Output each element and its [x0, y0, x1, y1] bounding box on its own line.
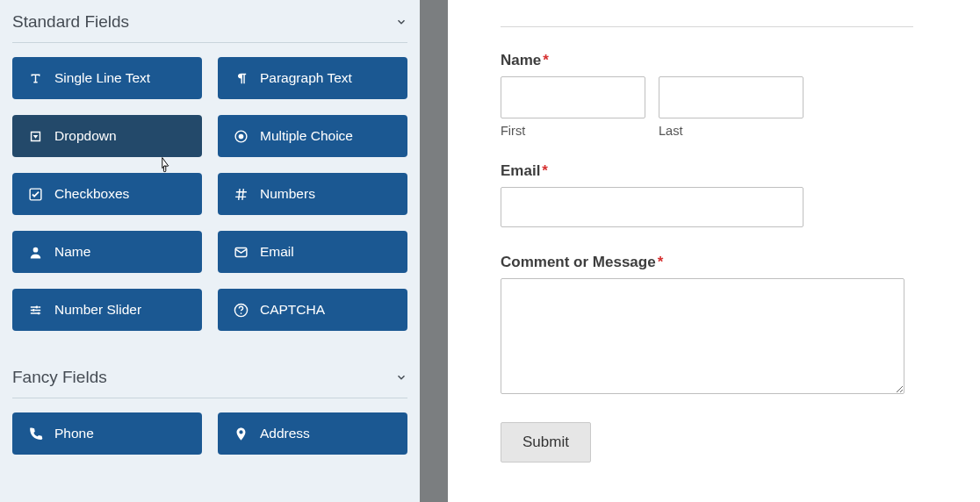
required-mark: * — [542, 162, 548, 179]
field-paragraph-text[interactable]: Paragraph Text — [218, 57, 407, 99]
svg-point-3 — [33, 247, 39, 252]
field-label: Dropdown — [54, 128, 117, 144]
svg-point-6 — [32, 309, 35, 312]
field-label: Single Line Text — [54, 70, 150, 86]
divider — [12, 42, 407, 43]
required-mark: * — [658, 254, 664, 270]
fancy-fields-header[interactable]: Fancy Fields — [12, 355, 407, 398]
field-checkboxes[interactable]: Checkboxes — [12, 173, 202, 215]
divider — [501, 26, 913, 27]
name-label: Name* — [501, 52, 922, 69]
field-label: Address — [260, 426, 310, 441]
fancy-fields-title: Fancy Fields — [12, 368, 107, 387]
field-label: Name — [54, 244, 90, 260]
required-mark: * — [543, 52, 549, 68]
field-label: Paragraph Text — [260, 70, 352, 86]
standard-fields-title: Standard Fields — [12, 12, 129, 32]
envelope-icon — [234, 245, 249, 260]
question-icon — [234, 303, 249, 318]
field-number-slider[interactable]: Number Slider — [12, 289, 202, 331]
fancy-fields-grid: Phone Address — [12, 412, 407, 455]
email-input[interactable] — [501, 187, 803, 227]
field-name[interactable]: Name — [12, 231, 202, 273]
first-name-sublabel: First — [501, 124, 645, 138]
field-multiple-choice[interactable]: Multiple Choice — [218, 115, 407, 157]
form-preview: Name* First Last Email* Comment or Messa… — [501, 0, 922, 463]
email-label: Email* — [501, 162, 922, 180]
message-textarea[interactable] — [501, 278, 904, 394]
field-numbers[interactable]: Numbers — [218, 173, 407, 215]
svg-point-7 — [38, 312, 40, 314]
field-address[interactable]: Address — [218, 412, 407, 455]
checkbox-icon — [28, 187, 43, 202]
standard-fields-grid: Single Line Text Paragraph Text Dropdown… — [12, 57, 407, 331]
message-label: Comment or Message* — [501, 254, 922, 271]
field-label: Email — [260, 244, 294, 260]
svg-point-9 — [241, 312, 242, 314]
field-single-line-text[interactable]: Single Line Text — [12, 57, 202, 99]
panel-divider[interactable] — [420, 0, 448, 502]
field-email[interactable]: Email — [218, 231, 407, 273]
field-label: CAPTCHA — [260, 302, 325, 318]
field-captcha[interactable]: CAPTCHA — [218, 289, 407, 331]
field-label: Numbers — [260, 186, 315, 202]
radio-icon — [234, 129, 249, 144]
text-icon — [28, 71, 43, 86]
paragraph-icon — [234, 71, 249, 86]
dropdown-icon — [28, 129, 43, 144]
svg-point-1 — [239, 133, 244, 139]
fields-sidebar: Standard Fields Single Line Text Paragra… — [0, 0, 420, 502]
first-name-input[interactable] — [501, 76, 645, 118]
last-name-sublabel: Last — [659, 124, 803, 138]
phone-icon — [28, 427, 43, 441]
chevron-down-icon — [395, 371, 407, 384]
sliders-icon — [28, 303, 43, 318]
submit-button[interactable]: Submit — [501, 422, 591, 463]
svg-point-5 — [36, 305, 39, 308]
field-phone[interactable]: Phone — [12, 412, 202, 455]
field-label: Multiple Choice — [260, 128, 353, 144]
standard-fields-header[interactable]: Standard Fields — [12, 0, 407, 42]
hash-icon — [234, 187, 249, 202]
user-icon — [28, 245, 43, 260]
chevron-down-icon — [395, 16, 407, 28]
field-label: Phone — [54, 426, 94, 441]
field-label: Checkboxes — [54, 186, 129, 202]
field-dropdown[interactable]: Dropdown — [12, 115, 202, 157]
field-label: Number Slider — [54, 302, 141, 318]
pin-icon — [234, 427, 249, 441]
last-name-input[interactable] — [659, 76, 803, 118]
divider — [12, 398, 407, 398]
